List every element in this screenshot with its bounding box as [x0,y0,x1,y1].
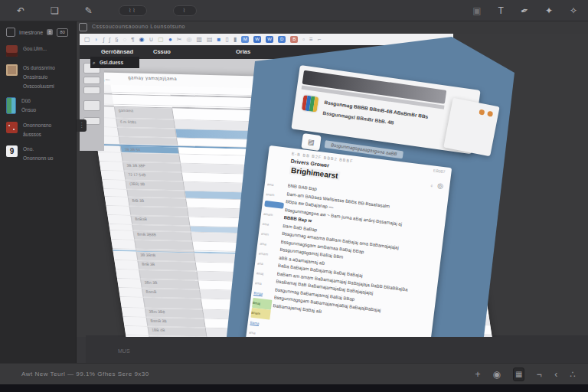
sidebar-collapse-handle[interactable]: ⋮ [77,119,87,132]
toggle-pill-2[interactable]: ⌇ [173,5,197,16]
spreadsheet-tool-icon[interactable]: ∪ [149,36,153,43]
frame-icon[interactable]: ▣ [472,6,481,15]
sheet-tab[interactable]: Cssuo [153,48,171,55]
toggle-pill-1[interactable]: ⌇⌇ [119,5,147,16]
bottom-strip [0,384,588,392]
sheet-margin [98,152,122,162]
corner-icon[interactable]: ⌐ [537,368,542,381]
spreadsheet-tool-icon[interactable]: W [253,36,261,43]
spreadsheet-tool-icon[interactable]: D [278,36,286,43]
screenshot-thumbnail [6,45,18,57]
sidebar-list-item[interactable]: 9Ono.Ononnonn uo [0,142,76,165]
row-header-cell [129,207,189,217]
sheet-margin [102,180,126,189]
spreadsheet-tool-icon[interactable]: ▯ [225,36,228,43]
spreadsheet-tool-icon[interactable]: ◗ [95,36,99,43]
gear-icon[interactable]: ◎ [437,181,444,190]
text-tool-icon[interactable]: T [498,6,503,15]
spreadsheet-tool-icon[interactable]: ◌ [122,36,126,43]
rail-button[interactable] [83,87,100,94]
sheet-margin [122,308,146,317]
row-header-cell [134,240,194,250]
sheet-tab[interactable]: Orias [236,48,250,55]
search-label: Imestrone [19,30,43,35]
card-flap [443,98,499,157]
sidebar-search-row[interactable]: Imestrone B 80 [0,21,76,41]
pencil-icon[interactable]: ✎ [85,6,93,15]
spreadsheet-tool-icon[interactable]: ● [168,36,172,43]
spreadsheet-tool-icon[interactable]: ▫ [302,36,305,43]
spreadsheet-tool-icon[interactable]: ▢ [158,36,164,43]
spreadsheet-tool-icon[interactable]: ▮ [234,36,237,43]
spreadsheet-tool-icon[interactable]: ▥ [196,36,202,43]
spreadsheet-tool-icon[interactable]: B [290,36,298,43]
spreadsheet-tool-icon[interactable]: ≡ [309,36,313,43]
spreadsheet-tool-icon[interactable]: § [115,36,118,43]
spreadsheet-tool-icon[interactable]: ▤ [207,36,213,43]
undo-icon[interactable]: ↶ [17,6,24,15]
row-header-cell: BnB 3B [137,261,197,271]
app-color-icon [302,95,319,113]
spreadsheet-cell-reference: Gsl.duess [90,57,139,68]
shapes-icon[interactable]: ❏ [51,6,59,15]
spreadsheet-tool-icon[interactable]: ✂ [177,36,182,43]
sidebar-item-label: Gou.Ulm... [23,46,47,52]
row-header-cell [121,153,181,163]
sidebar: Imestrone B 80 Gou.Ulm...Os dunssnrinoOn… [0,21,77,363]
spreadsheet-tool-icon[interactable]: ⌐ [318,36,322,43]
status-icon-group: +◉▦⌐‹∴ [475,368,576,381]
email-mini-item[interactable]: anam [265,189,285,201]
item-count: 80 [57,28,68,37]
editor-canvas[interactable]: Csssoucounsaoouno Lounsotsuno ▢◗ʃʃ§◌¶◉∪▢… [77,21,588,337]
add-icon[interactable]: + [475,368,480,381]
cursor-tool-icon[interactable]: ✦ [545,6,553,15]
spreadsheet-tool-icon[interactable]: ʃ [109,36,110,43]
rail-button[interactable] [83,77,100,84]
spreadsheet-tool-icon[interactable]: W [266,36,273,43]
spreadsheet-tool-icon[interactable]: ¶ [131,36,134,43]
doc-icon: ▤ [301,133,322,151]
row-header-cell: BamB [142,289,201,299]
spreadsheet-tool-icon[interactable]: ◉ [139,36,144,43]
sheet-margin [109,224,132,230]
document-tab-title[interactable]: Csssoucounsaoouno Lounsotsuno [92,24,185,29]
row-header-cell [143,298,203,309]
sidebar-item-label: Ononnonn uo [23,155,53,162]
sheet-margin [103,189,127,197]
spreadsheet-tool-icon[interactable]: ▢ [84,36,90,43]
spreadsheet-side-rail [80,59,104,151]
more-icon[interactable]: ∴ [570,368,576,381]
screenshot-thumbnail [6,122,18,133]
email-mini-item[interactable] [264,201,284,209]
screenshot-list: Gou.Ulm...Os dunssnrinoOnssinsuioOvscool… [0,41,76,165]
sidebar-list-item[interactable]: Gou.Ulm... [0,41,76,60]
sheet-margin [114,260,139,270]
sheet-margin [126,335,150,337]
sheet-margin [105,197,129,206]
spreadsheet-tool-icon[interactable]: ■ [217,36,221,43]
email-mini-item[interactable]: ama [248,328,268,337]
chevron-left-icon[interactable]: ‹ [554,368,557,381]
row-header-cell: 3B 3B 3BF [122,162,182,172]
sidebar-list-item[interactable]: Os dunssnrinoOnssinsuioOvscooluusmi [0,60,76,93]
spreadsheet-tool-icon[interactable]: ◎ [186,36,191,43]
row-header-cell: gamama [114,107,174,119]
move-tool-icon[interactable]: ✧ [570,6,577,15]
row-header-cell: 3B 3BnB [136,252,196,262]
rail-button[interactable] [83,100,100,111]
sidebar-list-item[interactable]: DüöÖnsuo [0,93,76,118]
camera-icon[interactable]: ◉ [492,368,500,381]
spreadsheet-icon-toolbar: ▢◗ʃʃ§◌¶◉∪▢●✂◎▥▤■▯▮MWWDB▫≡⌐ [80,34,453,45]
row-header-cell [117,128,177,138]
sidebar-item-label: Önsuo [21,107,36,113]
row-header-cell: BnBaB [131,216,191,226]
spreadsheet-tool-icon[interactable]: ʃ [103,36,104,43]
sheet-margin [113,251,138,260]
sheet-tab[interactable]: Gerröänsad [101,48,133,55]
sheet-margin [117,279,142,288]
sheet-margin [101,171,126,180]
grid-icon[interactable]: ▦ [513,368,524,381]
spreadsheet-tool-icon[interactable]: M [241,36,249,43]
pen-tool-icon[interactable]: ✒ [519,5,530,16]
sidebar-list-item[interactable]: Ononnonsnoåusssos [0,118,76,142]
